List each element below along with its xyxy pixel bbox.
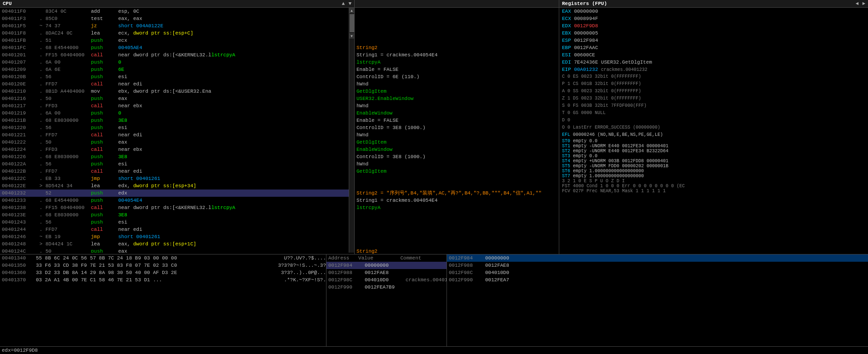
asm-marker: . [36, 30, 45, 37]
disasm-panel: CPU ▲ ▼ 004011F083C4 0Caddesp, 0C004011F… [0, 0, 355, 254]
asm-row[interactable]: 004011F083C4 0Caddesp, 0C [0, 8, 349, 15]
asm-row[interactable]: 00401233.68 E4544000push004054E4 [0, 197, 349, 204]
asm-marker: . [36, 110, 45, 117]
asm-mnemonic: push [91, 117, 118, 124]
asm-marker: . [36, 160, 45, 168]
disasm-nav-prev[interactable]: ▲ [342, 1, 345, 6]
comments-header [355, 0, 559, 8]
asm-row[interactable]: 0040122E>8D5424 34leaedx, dword ptr ss:[… [0, 182, 349, 189]
eip-name: EIP [562, 67, 571, 72]
hex-main: 0040134055 8B 6C 24 0C 56 57 8B 7C 24 18… [0, 254, 326, 346]
reg-value[interactable]: 0012F984 [574, 38, 598, 43]
disasm-nav-next[interactable]: ▼ [348, 1, 351, 6]
stack-rows: Address Value Comment0012F98400000000001… [326, 254, 447, 291]
disasm-scroll-down[interactable]: ▼ [349, 33, 355, 39]
disasm-scroll-thumb[interactable] [350, 14, 354, 32]
st-reg-row: ST0 empty 0.0 [559, 139, 868, 144]
asm-addr: 0040122C [0, 175, 36, 182]
reg-value[interactable]: 0008994F [574, 16, 598, 21]
reg-value[interactable]: 00600CE [574, 52, 595, 58]
asm-row[interactable]: 0040121B.68 E8030000push3E8 [0, 117, 349, 124]
stack-row[interactable]: 0012F9900012FEA7B9 [326, 284, 447, 291]
asm-row[interactable]: 00401224.FFD3callnear ebx [0, 146, 349, 153]
asm-row[interactable]: 00401209.6A 6Epush6E [0, 66, 349, 73]
asm-mnemonic: push [91, 139, 118, 146]
comment-row [355, 226, 559, 233]
eip-detail: crackmes.00401232 [601, 67, 647, 72]
st-reg-row: ST3 empty 0.0 [559, 154, 868, 159]
stack-row[interactable]: 0012F98400000000 [326, 262, 447, 269]
bottom-hex-row[interactable]: 0012F9880012FAE8 [447, 262, 868, 269]
reg-name: ESP [562, 38, 571, 43]
asm-bytes: FFD7 [45, 80, 91, 88]
asm-row[interactable]: 0040123E.68 E8030000push3E8 [0, 211, 349, 219]
stack-row[interactable]: 0012F9880012FAE8 [326, 269, 447, 276]
asm-addr: 00401217 [0, 102, 36, 110]
asm-row[interactable]: 00401248>8D4424 1Cleaeax, dword ptr ss:[… [0, 240, 349, 248]
asm-row[interactable]: 00401246~EB 19jmpshort 00401261 [0, 233, 349, 240]
asm-row[interactable]: 00401226.68 E8030000push3E8 [0, 153, 349, 160]
disasm-scroll-up[interactable]: ▲ [349, 8, 355, 13]
reg-value[interactable]: 7E42436E USER32.GetDlgItem [574, 60, 652, 65]
asm-addr: 00401238 [0, 204, 36, 211]
asm-row[interactable]: 00401201.FF15 60404000callnear dword ptr… [0, 51, 349, 59]
disasm-rows: 004011F083C4 0Caddesp, 0C004011F3.85C0te… [0, 8, 349, 253]
asm-bytes: FFD7 [45, 226, 91, 233]
asm-addr: 00401216 [0, 95, 36, 102]
reg-name: EDI [562, 60, 571, 65]
asm-row[interactable]: 00401243.56pushesi [0, 219, 349, 226]
bottom-hex-row[interactable]: 0012F9900012FEA7 [447, 276, 868, 284]
asm-marker: ~ [36, 22, 45, 30]
registers-nav-next[interactable]: ► [862, 1, 865, 6]
bottom-hex-row[interactable]: 0012F98C004010D0 [447, 269, 868, 276]
asm-row[interactable]: 004011F3.85C0testeax, eax [0, 15, 349, 22]
asm-row[interactable]: 004011FB.51pushecx [0, 37, 349, 44]
asm-row[interactable]: 00401210.8B1D A4404000movebx, dword ptr … [0, 88, 349, 95]
asm-row[interactable]: 004011F8.8DAC24 0Cleaecx, dword ptr ss:[… [0, 30, 349, 37]
stack-row[interactable]: 0012F98C004010D0crackmes.004010D0 [326, 276, 447, 284]
asm-row[interactable]: 00401216.50pusheax [0, 95, 349, 102]
asm-bytes: FFD7 [45, 131, 91, 139]
asm-operands: eax [118, 95, 349, 102]
hex-bytes: 33 F6 33 CD 38 F9 7E 21 53 83 F8 07 7E 0… [36, 262, 278, 269]
stack-comment: crackmes.004010D0 [406, 276, 447, 284]
asm-row[interactable]: 00401238.FF15 60404000callnear dword ptr… [0, 204, 349, 211]
st-value: empty 1.000000000000000000 [573, 169, 644, 174]
comment-row: EnableWindow [355, 146, 559, 153]
asm-marker: . [36, 197, 45, 204]
stack-header: Address Value Comment [326, 254, 447, 262]
asm-row[interactable]: 0040122B.FFD7callnear edi [0, 168, 349, 175]
eip-value[interactable]: 00A01232 [574, 67, 598, 72]
reg-value[interactable]: 00000000 [574, 9, 598, 14]
bottom-hex-row[interactable]: 0012F98400000000 [447, 254, 868, 262]
asm-operand: edx, [118, 183, 133, 189]
disasm-scrollbar[interactable]: ▲ ▼ [349, 8, 354, 253]
asm-bytes: 50 [45, 95, 91, 102]
reg-value[interactable]: 0012F9D8 [574, 23, 598, 29]
asm-row[interactable]: 00401207.6A 00push0 [0, 59, 349, 66]
asm-marker [36, 189, 45, 197]
reg-value[interactable]: 0012FAAC [574, 45, 598, 50]
asm-row[interactable]: 00401244.FFD7callnear edi [0, 226, 349, 233]
registers-header: Registers (FPU) ◄ ► [559, 0, 868, 8]
asm-row[interactable]: 00401219.6A 00push0 [0, 110, 349, 117]
asm-row[interactable]: 0040120B.56pushesi [0, 73, 349, 80]
asm-marker: . [36, 15, 45, 22]
asm-row[interactable]: 00401222.50pusheax [0, 139, 349, 146]
asm-row[interactable]: 0040122A.56pushesi [0, 160, 349, 168]
efl-label: EFL [562, 132, 570, 137]
asm-mnemonic: call [91, 146, 118, 153]
reg-value[interactable]: 00000005 [574, 30, 598, 36]
asm-row[interactable]: 0040122C.EB 33jmpshort 00401261 [0, 175, 349, 182]
asm-operand: ebx, dword ptr ds:[<&USER32.Ena [118, 89, 211, 94]
asm-row[interactable]: 00401217.FFD3callnear ebx [0, 102, 349, 110]
asm-row[interactable]: 00401220.56pushesi [0, 124, 349, 131]
asm-row[interactable]: 004011FC.68 E4544000push00405AE4 [0, 44, 349, 51]
asm-row[interactable]: 0040124C.50pusheax [0, 248, 349, 253]
registers-nav-prev[interactable]: ◄ [856, 1, 859, 6]
asm-row[interactable]: 004011F5~74 37jzshort 004A0122E [0, 22, 349, 30]
asm-row[interactable]: 0040120E.FFD7callnear edi [0, 80, 349, 88]
asm-row[interactable]: 00401221.FFD7callnear edi [0, 131, 349, 139]
asm-row[interactable]: 0040123252pushedx [0, 189, 349, 197]
hex-dump-panel: 0012F984000000000012F9880012FAE80012F98C… [447, 254, 868, 346]
